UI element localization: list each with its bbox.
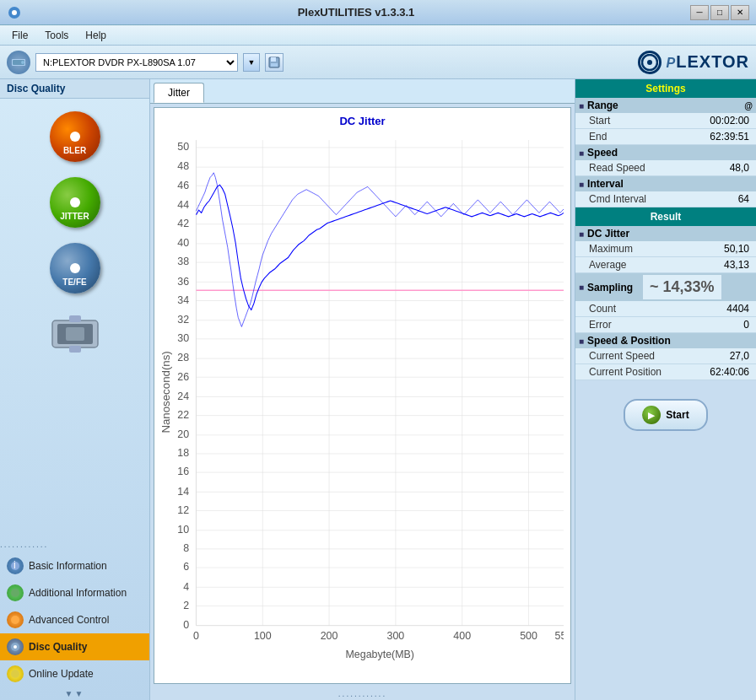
svg-point-17 xyxy=(11,589,19,597)
start-button[interactable]: ▶ Start xyxy=(624,399,707,431)
svg-text:16: 16 xyxy=(177,465,189,477)
svg-text:500: 500 xyxy=(520,629,537,642)
svg-text:6: 6 xyxy=(183,560,189,573)
svg-rect-13 xyxy=(69,315,81,322)
tab-bar: Jitter xyxy=(150,79,575,104)
svg-text:8: 8 xyxy=(183,541,189,554)
svg-text:36: 36 xyxy=(177,274,189,287)
jitter-button[interactable]: JITTER xyxy=(37,173,113,232)
sampling-count-label: Count xyxy=(589,303,616,315)
svg-text:42: 42 xyxy=(177,217,189,229)
jitter-disc-icon: JITTER xyxy=(50,177,100,228)
settings-header: Settings xyxy=(575,79,756,98)
interval-label: Interval xyxy=(587,178,624,190)
device-icon xyxy=(7,51,30,74)
dc-jitter-label: DC Jitter xyxy=(587,228,629,240)
sidebar-item-basic-info[interactable]: i Basic Information xyxy=(0,552,149,579)
read-speed-value: 48,0 xyxy=(730,162,749,174)
svg-text:26: 26 xyxy=(177,369,189,382)
speed-position-collapse-icon[interactable]: ■ xyxy=(579,337,584,346)
speed-collapse-icon[interactable]: ■ xyxy=(579,148,584,158)
menu-file[interactable]: File xyxy=(3,28,36,43)
range-start-value: 00:02:00 xyxy=(710,115,749,127)
speed-section: ■ Speed xyxy=(575,145,756,160)
tab-jitter[interactable]: Jitter xyxy=(154,83,204,103)
svg-text:200: 200 xyxy=(321,629,338,642)
sampling-count-value: 4404 xyxy=(726,303,749,315)
basic-info-icon: i xyxy=(7,557,24,574)
speed-position-label: Speed & Position xyxy=(587,335,671,347)
svg-text:2: 2 xyxy=(183,598,189,611)
app-title: PlexUTILITIES v1.3.3.1 xyxy=(22,6,690,19)
device-dropdown[interactable]: N:PLEXTOR DVDR PX-L890SA 1.07 xyxy=(35,53,238,72)
device-dropdown-arrow[interactable]: ▼ xyxy=(243,53,260,72)
sampling-count-row: Count 4404 xyxy=(575,301,756,317)
interval-collapse-icon[interactable]: ■ xyxy=(579,180,584,189)
svg-text:22: 22 xyxy=(177,408,189,421)
svg-text:4: 4 xyxy=(183,579,189,592)
range-end-label: End xyxy=(589,131,607,143)
svg-text:32: 32 xyxy=(177,313,189,326)
additional-info-icon xyxy=(7,584,24,601)
speed-position-section: ■ Speed & Position xyxy=(575,333,756,348)
menu-tools[interactable]: Tools xyxy=(36,28,77,43)
dc-jitter-section: ■ DC Jitter xyxy=(575,226,756,241)
svg-text:300: 300 xyxy=(387,629,405,642)
range-section: ■ Range @ xyxy=(575,98,756,113)
svg-text:40: 40 xyxy=(177,236,189,249)
result-header: Result xyxy=(575,207,756,226)
sidebar-item-basic-info-label: Basic Information xyxy=(29,560,107,572)
chart-svg: 0 2 4 6 8 10 12 14 16 xyxy=(161,131,564,672)
sidebar-nav: i Basic Information Additional Informati… xyxy=(0,552,149,687)
sidebar-item-disc-quality[interactable]: Disc Quality xyxy=(0,633,149,660)
svg-text:20: 20 xyxy=(177,428,189,440)
sidebar-item-advanced-control[interactable]: Advanced Control xyxy=(0,606,149,633)
svg-text:18: 18 xyxy=(177,446,189,459)
range-collapse-icon[interactable]: ■ xyxy=(579,101,584,110)
menu-bar: File Tools Help xyxy=(0,25,756,46)
svg-text:550: 550 xyxy=(555,629,564,642)
bler-disc-icon: BLER xyxy=(50,111,100,162)
sidebar: Disc Quality BLER JITTER T xyxy=(0,79,150,700)
device-bar: N:PLEXTOR DVDR PX-L890SA 1.07 ▼ PLEXTOR xyxy=(0,46,756,79)
main-layout: Disc Quality BLER JITTER T xyxy=(0,79,756,700)
minimize-button[interactable]: ─ xyxy=(690,5,709,20)
sampling-big-value: ~ 14,33% xyxy=(643,275,721,299)
right-panel: Settings ■ Range @ Start 00:02:00 End 62… xyxy=(575,79,756,700)
svg-text:46: 46 xyxy=(177,178,189,191)
start-btn-container: ▶ Start xyxy=(575,389,756,441)
save-button[interactable] xyxy=(265,53,284,72)
current-position-label: Current Position xyxy=(589,366,662,378)
dc-jitter-collapse-icon[interactable]: ■ xyxy=(579,229,584,239)
sampling-collapse-icon[interactable]: ■ xyxy=(579,283,584,292)
speed-label: Speed xyxy=(587,147,618,159)
range-start-label: Start xyxy=(589,115,610,127)
plextor-circle-icon xyxy=(638,51,662,74)
range-at-icon[interactable]: @ xyxy=(744,101,753,110)
sidebar-item-additional-info-label: Additional Information xyxy=(29,587,127,599)
sampling-error-label: Error xyxy=(589,319,612,331)
bler-button[interactable]: BLER xyxy=(37,107,113,166)
svg-text:14: 14 xyxy=(177,484,189,497)
sidebar-dots-bottom: ▼▼ xyxy=(0,687,149,700)
online-update-icon xyxy=(7,665,24,682)
sidebar-item-additional-info[interactable]: Additional Information xyxy=(0,579,149,606)
chart-panel: DC Jitter 0 2 4 6 xyxy=(154,107,571,684)
chart-area: 0 2 4 6 8 10 12 14 16 xyxy=(161,131,564,672)
cmd-interval-value: 64 xyxy=(738,193,749,205)
menu-help[interactable]: Help xyxy=(77,28,115,43)
tefe-disc-icon: TE/FE xyxy=(50,243,100,293)
sidebar-item-online-update[interactable]: Online Update xyxy=(0,660,149,687)
svg-text:Nanosecond(ns): Nanosecond(ns) xyxy=(161,351,172,433)
svg-text:10: 10 xyxy=(177,523,189,536)
svg-text:12: 12 xyxy=(177,503,189,515)
maximize-button[interactable]: □ xyxy=(710,5,729,20)
svg-point-18 xyxy=(11,616,19,624)
scanner-button[interactable] xyxy=(37,304,113,363)
range-end-value: 62:39:51 xyxy=(710,131,749,143)
close-button[interactable]: ✕ xyxy=(731,5,749,20)
svg-text:48: 48 xyxy=(177,159,189,172)
tefe-button[interactable]: TE/FE xyxy=(37,239,113,298)
dc-jitter-avg-label: Average xyxy=(589,259,626,271)
range-end-row: End 62:39:51 xyxy=(575,129,756,145)
